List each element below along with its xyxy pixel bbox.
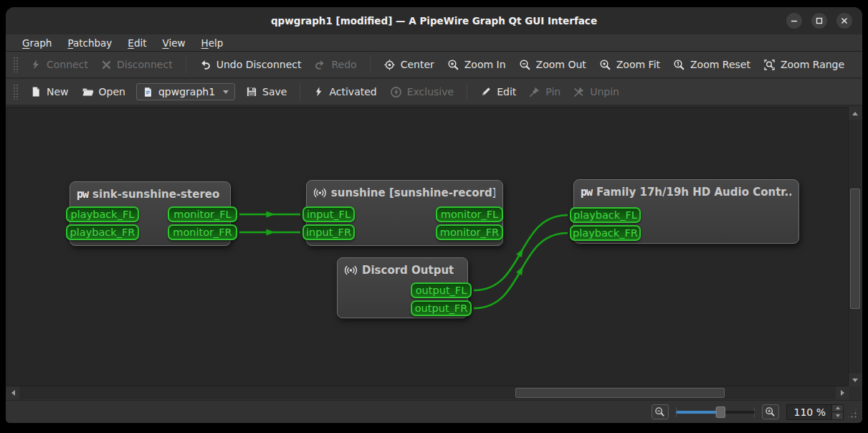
minimize-button[interactable] (786, 13, 802, 29)
graph-port-in[interactable]: playback_FR (570, 225, 641, 241)
graph-port-in[interactable]: playback_FL (66, 206, 139, 222)
graph-port-in[interactable]: input_FR (302, 224, 355, 240)
graph-port-out[interactable]: monitor_FL (168, 206, 237, 222)
graph-port-out[interactable]: monitor_FL (436, 206, 503, 222)
save-button[interactable]: Save (239, 82, 293, 101)
menu-graph[interactable]: Graph (16, 36, 58, 50)
arrow-up-icon (852, 112, 858, 115)
slider-handle[interactable] (716, 406, 725, 418)
canvas-frame: pwsink-sunshine-stereosunshine [sunshine… (6, 106, 862, 400)
window-title: qpwgraph1 [modified] — A PipeWire Graph … (271, 15, 597, 27)
undo-icon (199, 59, 211, 71)
graph-node-header[interactable]: Discord Output (338, 258, 467, 277)
zoom-slider[interactable] (676, 406, 755, 419)
pin-button[interactable]: Pin (523, 82, 567, 101)
statusbar: 110 % (6, 400, 862, 423)
zoom-reset-label: Zoom Reset (690, 59, 750, 70)
edit-label: Edit (497, 86, 516, 97)
graph-port-out[interactable]: output_FL (411, 282, 472, 298)
statusbar-zoom-out-button[interactable] (652, 404, 669, 419)
unpin-label: Unpin (590, 86, 619, 97)
patchbay-file-icon (143, 87, 153, 97)
session-name: qpwgraph1 (158, 86, 215, 97)
zoom-range-label: Zoom Range (781, 59, 844, 70)
toolbar-separator (186, 56, 186, 73)
graph-port-in[interactable]: input_FL (302, 206, 355, 222)
graph-node-title: sunshine [sunshine-record] (331, 186, 495, 199)
maximize-button[interactable] (811, 13, 827, 29)
zoom-in-icon (447, 59, 459, 71)
menu-edit[interactable]: Edit (121, 36, 153, 50)
graph-node-header[interactable]: pwFamily 17h/19h HD Audio Contr... (574, 180, 798, 199)
undo-button[interactable]: Undo Disconnect (193, 55, 308, 75)
toolbar-drag-handle[interactable] (13, 57, 18, 72)
toolbar-drag-handle[interactable] (13, 84, 18, 100)
scroll-left-button[interactable] (6, 386, 19, 399)
statusbar-zoom-in-button[interactable] (762, 404, 779, 419)
slider-fill (676, 411, 720, 414)
zoom-range-icon (763, 59, 776, 71)
disconnect-button[interactable]: Disconnect (95, 55, 179, 74)
graph-port-out[interactable]: monitor_FR (168, 224, 237, 240)
redo-button[interactable]: Redo (307, 55, 363, 75)
new-button[interactable]: New (24, 82, 75, 101)
zoom-range-button[interactable]: Zoom Range (757, 55, 851, 75)
menu-help[interactable]: Help (195, 36, 230, 50)
edit-pencil-icon (480, 86, 492, 97)
menu-view[interactable]: View (156, 36, 192, 50)
vertical-scroll-thumb[interactable] (850, 189, 860, 309)
new-file-icon (30, 86, 42, 97)
scroll-down-button[interactable] (849, 373, 862, 386)
zoom-percent-spinbox[interactable]: 110 % (786, 404, 844, 420)
arrow-down-icon (836, 414, 840, 417)
close-button[interactable] (836, 13, 852, 29)
unpin-icon (573, 86, 585, 97)
horizontal-scrollbar[interactable] (6, 386, 849, 399)
disconnect-label: Disconnect (117, 59, 173, 70)
zoom-fit-button[interactable]: Zoom Fit (593, 55, 667, 75)
zoom-out-button[interactable]: Zoom Out (512, 55, 593, 75)
zoom-in-button[interactable]: Zoom In (441, 55, 512, 75)
zoom-out-icon (654, 406, 665, 417)
patchbay-session-combo[interactable]: qpwgraph1 (136, 83, 235, 100)
connect-button[interactable]: Connect (24, 55, 95, 74)
toolbar-separator (370, 56, 371, 73)
vertical-scrollbar[interactable] (849, 107, 862, 386)
graph-canvas[interactable]: pwsink-sunshine-stereosunshine [sunshine… (6, 107, 849, 386)
resize-grip[interactable] (846, 408, 858, 419)
pin-icon (529, 86, 540, 97)
exclusive-button[interactable]: Exclusive (383, 82, 460, 102)
graph-port-in[interactable]: playback_FL (570, 207, 641, 223)
maximize-icon (816, 17, 823, 24)
scroll-right-button[interactable] (836, 386, 849, 399)
activated-button[interactable]: Activated (307, 82, 383, 101)
zoom-out-label: Zoom Out (536, 59, 586, 70)
horizontal-scroll-thumb[interactable] (515, 388, 725, 398)
menu-patchbay[interactable]: Patchbay (61, 36, 118, 50)
graph-node-header[interactable]: pwsink-sunshine-stereo (70, 182, 230, 201)
graph-port-out[interactable]: monitor_FR (436, 224, 503, 240)
arrow-right-icon (841, 390, 844, 396)
open-button[interactable]: Open (75, 82, 132, 102)
center-button[interactable]: Center (377, 55, 441, 75)
pipewire-icon: pw (77, 188, 88, 201)
spin-up-button[interactable] (831, 405, 843, 412)
redo-label: Redo (331, 59, 356, 70)
undo-label: Undo Disconnect (216, 59, 302, 70)
graph-port-in[interactable]: playback_FR (66, 224, 139, 240)
unpin-button[interactable]: Unpin (567, 82, 626, 101)
toolbar-separator (300, 83, 300, 100)
broadcast-icon (313, 186, 327, 199)
scroll-up-button[interactable] (849, 107, 862, 120)
edit-button[interactable]: Edit (474, 82, 523, 101)
graph-node-header[interactable]: sunshine [sunshine-record] (307, 181, 502, 199)
graph-port-out[interactable]: output_FR (411, 300, 472, 316)
minimize-icon (791, 17, 798, 24)
spin-down-button[interactable] (831, 411, 843, 419)
zoom-fit-label: Zoom Fit (616, 59, 660, 70)
broadcast-icon (344, 264, 358, 277)
zoom-reset-icon (673, 59, 685, 71)
app-window: qpwgraph1 [modified] — A PipeWire Graph … (6, 7, 862, 423)
zoom-reset-button[interactable]: Zoom Reset (667, 55, 757, 75)
toolbar-file: New Open qpwgraph1 Save Activated Exclus… (6, 79, 862, 106)
